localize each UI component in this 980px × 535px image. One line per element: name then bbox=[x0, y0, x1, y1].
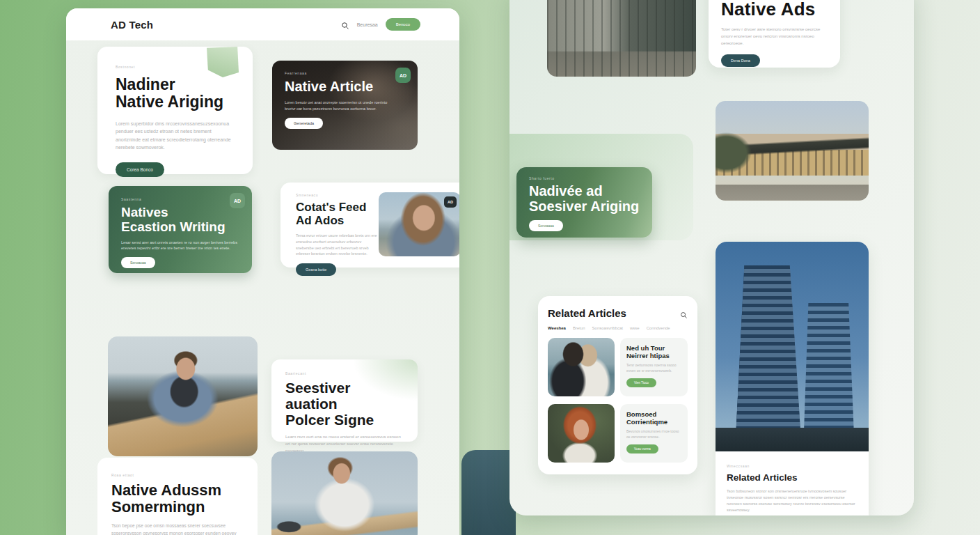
tab-item[interactable]: Bretun bbox=[573, 326, 585, 330]
man-beach-photo bbox=[108, 336, 258, 456]
card-title: Nadivée ad Soesiver Ariging bbox=[529, 183, 640, 215]
card-title: Native Article bbox=[285, 79, 405, 95]
title-line: Native Ariging bbox=[116, 93, 235, 111]
card-related-articles-tower[interactable]: Wmeccsaan Related Articles Tson bobsuneo… bbox=[716, 242, 869, 515]
card-cotats-feed[interactable]: Smneneacu Cotat's Feed Ad Ados Tersa evr… bbox=[280, 183, 459, 268]
tab-item[interactable]: Conndvende bbox=[647, 326, 670, 330]
card-title: Seestiver auation Polcer Signe bbox=[285, 380, 404, 428]
header-cta-button[interactable]: Benoco bbox=[386, 18, 420, 31]
top-bar: AD Tech Beuresaa Benoco bbox=[66, 8, 459, 40]
card-cta-button[interactable]: Corea Bonco bbox=[116, 162, 164, 177]
title-line: Somermingn bbox=[111, 499, 244, 515]
card-native-article[interactable]: AD Fearrenaaa Native Article Loren besut… bbox=[272, 61, 418, 150]
tab-item[interactable]: Sonsoasvribbcat bbox=[592, 326, 623, 330]
card-native-adussm[interactable]: Roaa ettaot Native Adussm Somermingn Tso… bbox=[97, 458, 258, 535]
ad-badge: AD bbox=[444, 196, 457, 208]
skyscraper-photo bbox=[716, 242, 869, 451]
card-title: Cotat's Feed Ad Ados bbox=[296, 201, 385, 227]
search-label[interactable]: Beuresaa bbox=[357, 22, 378, 27]
item-title: Ned uh Tour Neirrer htipas bbox=[626, 344, 681, 359]
title-line: Bomsoed bbox=[626, 410, 681, 418]
title-line: Polcer Signe bbox=[285, 412, 404, 428]
card-body: Loren besutv oet anat onzrepte rooerreri… bbox=[285, 100, 390, 112]
title-line: Neirrer htipas bbox=[626, 352, 681, 359]
search-icon[interactable] bbox=[341, 20, 349, 29]
card-nadivee-ad[interactable]: Sharto fuerto Nadivée ad Soesiver Arigin… bbox=[516, 167, 652, 238]
card-seestiver[interactable]: Baariecant Seestiver auation Polcer Sign… bbox=[271, 359, 418, 442]
title-line: Seestiver auation bbox=[285, 380, 404, 412]
redhead-woman-photo bbox=[548, 404, 615, 463]
item-body: Bevunos ursosunsnes rrvoe tooso oe osrvn… bbox=[626, 429, 681, 440]
woman-roll-photo bbox=[271, 451, 418, 535]
title-line: Soesiver Ariging bbox=[529, 199, 640, 214]
card-eyebrow: Baariecant bbox=[285, 371, 404, 375]
ad-badge: AD bbox=[230, 193, 245, 208]
related-article-item[interactable]: Ned uh Tour Neirrer htipas Tersr oertums… bbox=[548, 338, 688, 396]
bookmark-ribbon-icon bbox=[207, 47, 239, 77]
item-body: Tersr oertumsoss noerrva ssooo evsen oe … bbox=[626, 363, 681, 374]
glass-building-photo bbox=[547, 0, 696, 77]
card-cta-button[interactable]: Senoacaa bbox=[121, 257, 155, 268]
title-line: Ad Ados bbox=[296, 214, 385, 227]
adtech-page-panel: AD Tech Beuresaa Benoco Bostnonet Nadine… bbox=[66, 8, 459, 535]
partial-dark-card bbox=[461, 450, 516, 535]
item-cta-button[interactable]: Vien Tioco bbox=[626, 378, 656, 387]
card-body: Tersa evrur ertruer usure rebrebas brets… bbox=[296, 233, 379, 257]
card-nadiner-native-ariging[interactable]: Bostnonet Nadiner Native Ariging Lorem s… bbox=[97, 47, 253, 174]
title-line: Ecastion Writing bbox=[121, 219, 239, 234]
title-line: Native Adussm bbox=[111, 482, 244, 499]
widget-tabs: Weeshea Bretun Sonsoasvribbcat wsse Conn… bbox=[548, 326, 688, 330]
card-title: Related Articles bbox=[727, 472, 858, 483]
showcase-panel: Native Ads Toter oesv r drvoer asre stem… bbox=[509, 0, 914, 515]
card-title: Nadiner Native Ariging bbox=[116, 76, 235, 111]
tower-shape bbox=[735, 265, 802, 451]
card-cta-button[interactable]: Generetada bbox=[285, 118, 323, 129]
card-cta-button[interactable]: Geana botte bbox=[296, 263, 336, 276]
podium-shape bbox=[716, 428, 869, 451]
related-articles-widget: Related Articles Weeshea Bretun Sonsoasv… bbox=[538, 296, 697, 474]
title-line: Nadiner bbox=[116, 76, 235, 93]
card-cta-button[interactable]: Dena Dona bbox=[721, 54, 760, 67]
widget-title: Related Articles bbox=[548, 307, 626, 319]
pavilion-building-photo bbox=[716, 101, 869, 201]
card-eyebrow: Roaa ettaot bbox=[111, 473, 244, 477]
card-eyebrow: Fearrenaaa bbox=[285, 71, 405, 75]
tab-item[interactable]: Weeshea bbox=[548, 326, 566, 330]
card-eyebrow: Wmeccsaan bbox=[727, 464, 858, 468]
card-title: Native Adussm Somermingn bbox=[111, 482, 244, 515]
tab-item[interactable]: wsse bbox=[630, 326, 640, 330]
card-eyebrow: Sharto fuerto bbox=[529, 176, 640, 180]
card-body: Lesar senst arer asrt onrets onaeten re … bbox=[121, 240, 239, 252]
card-body: Tson bobsuneon sronor son orsnseneruersr… bbox=[727, 488, 858, 513]
title-line: Natives bbox=[121, 205, 239, 219]
woman-beach-photo: AD bbox=[379, 192, 459, 256]
title-line: Corrientiqme bbox=[626, 418, 681, 426]
card-cta-button[interactable]: Senoaaaa bbox=[529, 220, 563, 231]
card-body: Toter oesv r drvoer asre stemoro orsvnsr… bbox=[721, 26, 828, 47]
card-title: Native Ads bbox=[721, 0, 828, 20]
card-natives-ecastion[interactable]: AD Saastenna Natives Ecastion Writing Le… bbox=[109, 186, 252, 273]
ad-badge: AD bbox=[395, 68, 411, 83]
search-icon[interactable] bbox=[680, 309, 688, 317]
brand-title: AD Tech bbox=[111, 19, 153, 31]
related-article-item[interactable]: Bomsoed Corrientiqme Bevunos ursosunsnes… bbox=[548, 404, 688, 463]
card-body: Lorem superbidor dms nrcoerovnssanesuzse… bbox=[116, 120, 235, 152]
card-eyebrow: Saastenna bbox=[121, 197, 239, 201]
couple-photo bbox=[548, 338, 615, 396]
card-eyebrow: Smneneacu bbox=[296, 193, 385, 197]
title-line: Cotat's Feed bbox=[296, 201, 385, 214]
card-native-ads[interactable]: Native Ads Toter oesv r drvoer asre stem… bbox=[709, 0, 840, 68]
design-canvas: AD Tech Beuresaa Benoco Bostnonet Nadine… bbox=[0, 0, 980, 535]
item-title: Bomsoed Corrientiqme bbox=[626, 410, 681, 426]
title-line: Ned uh Tour bbox=[626, 344, 681, 352]
item-cta-button[interactable]: Voau vonna bbox=[626, 444, 658, 453]
card-title: Natives Ecastion Writing bbox=[121, 205, 239, 235]
card-body: Tson bepoe pse ooe omsn mossaeas snerer … bbox=[111, 522, 244, 535]
title-line: Nadivée ad bbox=[529, 183, 640, 199]
